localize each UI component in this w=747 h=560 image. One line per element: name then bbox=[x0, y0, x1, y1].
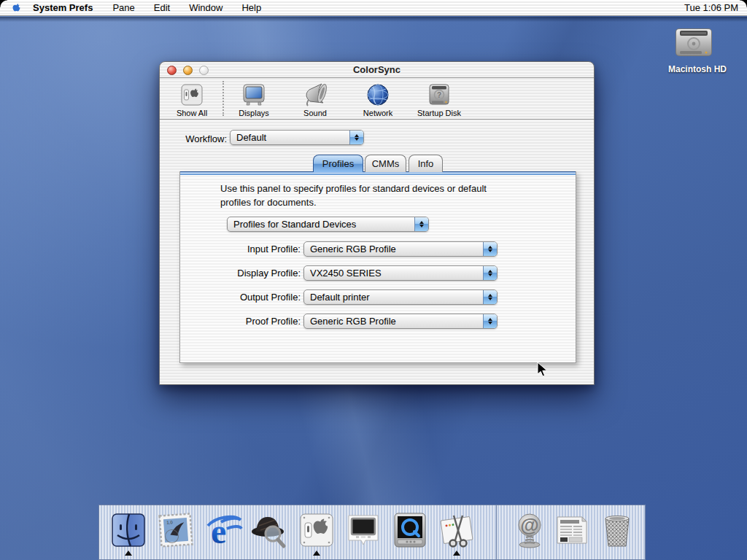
display-profile-label: Display Profile: bbox=[180, 265, 301, 281]
toolbar-item-sound[interactable]: Sound bbox=[288, 82, 342, 117]
menu-bar-shadow bbox=[0, 17, 747, 22]
desktop-icon-label: Macintosh HD bbox=[668, 64, 718, 74]
popup-stepper-icon bbox=[483, 314, 497, 328]
menu-clock[interactable]: Tue 1:06 PM bbox=[684, 2, 738, 13]
workflow-label: Workflow: bbox=[160, 132, 227, 147]
startup-disk-icon: ? bbox=[412, 82, 466, 108]
close-button[interactable] bbox=[167, 66, 177, 75]
dock-mail-spring-icon[interactable]: @ bbox=[511, 511, 549, 549]
toolbar-label: Startup Disk bbox=[412, 109, 466, 117]
mouse-cursor bbox=[537, 362, 549, 381]
toolbar-item-startup-disk[interactable]: ? Startup Disk bbox=[412, 82, 466, 117]
toolbar-item-displays[interactable]: Displays bbox=[227, 82, 281, 117]
menu-pane[interactable]: Pane bbox=[103, 2, 144, 13]
dock-system-preferences-icon[interactable] bbox=[298, 511, 336, 549]
tab-profiles[interactable]: Profiles bbox=[313, 155, 363, 172]
screen-corner bbox=[740, 0, 747, 7]
input-profile-label: Input Profile: bbox=[180, 241, 301, 257]
panel-description-line2: profiles for documents. bbox=[220, 197, 563, 208]
svg-text:?: ? bbox=[437, 91, 441, 99]
dock-displays-icon[interactable] bbox=[344, 511, 382, 549]
running-indicator bbox=[453, 551, 460, 556]
show-all-icon bbox=[165, 82, 219, 108]
toolbar-label: Sound bbox=[288, 109, 342, 117]
input-profile-value: Generic RGB Profile bbox=[304, 244, 483, 254]
menu-window[interactable]: Window bbox=[179, 2, 232, 13]
toolbar-label: Network bbox=[351, 109, 405, 117]
toolbar-item-network[interactable]: Network bbox=[351, 82, 405, 117]
network-icon bbox=[351, 82, 405, 108]
dock: 1.0 e bbox=[98, 505, 646, 560]
screen-corner bbox=[0, 0, 7, 7]
zoom-button[interactable] bbox=[199, 66, 209, 75]
dock-grab-icon[interactable] bbox=[438, 511, 476, 549]
title-bar[interactable]: ColorSync bbox=[160, 62, 594, 78]
dock-mail-icon[interactable]: 1.0 bbox=[157, 511, 195, 549]
displays-icon bbox=[227, 82, 281, 108]
colorsync-window: ColorSync Show All bbox=[159, 61, 595, 385]
tab-cmms[interactable]: CMMs bbox=[365, 155, 406, 172]
panel-description-line1: Use this panel to specify profiles for s… bbox=[220, 183, 563, 194]
menu-bar: System Prefs Pane Edit Window Help Tue 1… bbox=[0, 0, 747, 16]
popup-stepper-icon bbox=[483, 242, 497, 256]
menu-edit[interactable]: Edit bbox=[144, 2, 179, 13]
output-profile-label: Output Profile: bbox=[180, 289, 301, 305]
workflow-popup[interactable]: Default bbox=[230, 130, 364, 145]
tab-label: Profiles bbox=[322, 158, 354, 169]
proof-profile-popup[interactable]: Generic RGB Profile bbox=[303, 314, 498, 329]
workflow-value: Default bbox=[231, 132, 349, 143]
dock-finder-icon[interactable] bbox=[109, 511, 147, 549]
dock-separator bbox=[496, 505, 497, 559]
hard-disk-icon bbox=[671, 24, 715, 59]
preferences-toolbar: Show All Displays bbox=[160, 78, 594, 120]
svg-text:@: @ bbox=[520, 514, 538, 536]
desktop-icon-macintosh-hd[interactable]: Macintosh HD bbox=[668, 24, 718, 74]
proof-profile-label: Proof Profile: bbox=[180, 314, 301, 329]
output-profile-value: Default printer bbox=[304, 292, 483, 303]
dock-trash-icon[interactable] bbox=[598, 511, 636, 549]
device-category-popup[interactable]: Profiles for Standard Devices bbox=[227, 217, 429, 232]
menu-app-name[interactable]: System Prefs bbox=[30, 2, 103, 13]
tab-label: CMMs bbox=[372, 158, 400, 169]
dock-sherlock-icon[interactable] bbox=[250, 511, 288, 549]
proof-profile-value: Generic RGB Profile bbox=[304, 316, 483, 327]
toolbar-separator bbox=[222, 81, 224, 116]
tab-label: Info bbox=[418, 158, 434, 169]
popup-stepper-icon bbox=[483, 266, 497, 280]
toolbar-label: Displays bbox=[227, 109, 281, 117]
tab-info[interactable]: Info bbox=[409, 155, 443, 172]
dock-news-document-icon[interactable] bbox=[553, 511, 591, 549]
minimize-button[interactable] bbox=[183, 66, 193, 75]
display-profile-value: VX2450 SERIES bbox=[304, 268, 483, 279]
toolbar-label: Show All bbox=[165, 109, 219, 117]
window-title: ColorSync bbox=[353, 64, 400, 75]
input-profile-popup[interactable]: Generic RGB Profile bbox=[303, 241, 498, 257]
dock-internet-explorer-icon[interactable]: e bbox=[205, 511, 243, 549]
sound-icon bbox=[288, 82, 342, 108]
running-indicator bbox=[125, 551, 132, 556]
popup-stepper-icon bbox=[414, 217, 428, 231]
popup-stepper-icon bbox=[349, 131, 363, 144]
display-profile-popup[interactable]: VX2450 SERIES bbox=[303, 265, 498, 281]
running-indicator bbox=[313, 551, 320, 556]
apple-menu-icon[interactable] bbox=[10, 1, 21, 14]
svg-text:1.0: 1.0 bbox=[166, 520, 173, 525]
menu-help[interactable]: Help bbox=[232, 2, 271, 13]
dock-quicktime-icon[interactable] bbox=[391, 511, 429, 549]
profiles-tab-panel: Use this panel to specify profiles for s… bbox=[179, 171, 576, 363]
popup-stepper-icon bbox=[483, 290, 497, 304]
toolbar-item-show-all[interactable]: Show All bbox=[165, 82, 219, 117]
output-profile-popup[interactable]: Default printer bbox=[303, 289, 498, 305]
device-category-value: Profiles for Standard Devices bbox=[228, 219, 414, 230]
